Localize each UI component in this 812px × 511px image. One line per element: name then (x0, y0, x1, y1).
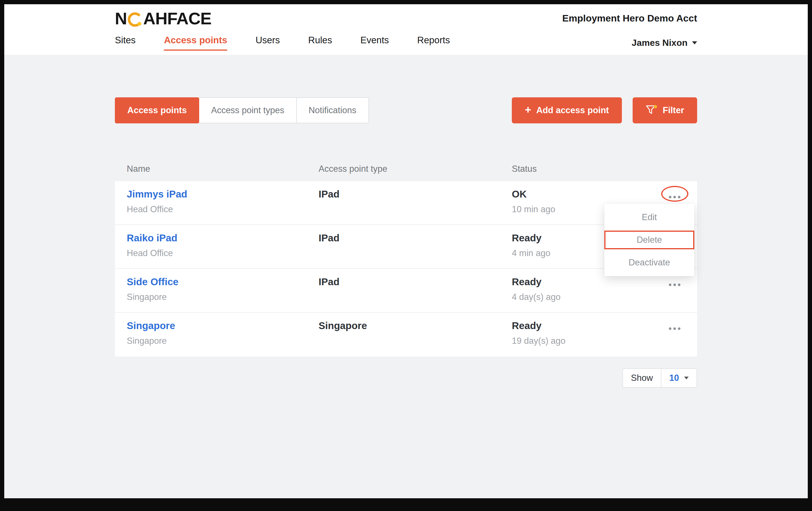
nav-item-users[interactable]: Users (256, 35, 280, 51)
access-point-link[interactable]: Raiko iPad (127, 232, 177, 244)
pagination: Show 10 (115, 368, 697, 388)
row-actions-menu-button[interactable] (667, 192, 682, 202)
access-point-link[interactable]: Side Office (127, 276, 178, 287)
tab-group: Access points Access point types Notific… (115, 97, 369, 123)
row-actions-menu-button[interactable] (667, 323, 682, 334)
column-header-status: Status (512, 164, 652, 174)
chevron-down-icon (684, 377, 689, 379)
main-nav: Sites Access points Users Rules Events R… (115, 35, 450, 51)
account-name: Employment Hero Demo Acct (562, 13, 697, 24)
filter-label: Filter (663, 105, 684, 115)
nav-item-access-points[interactable]: Access points (164, 35, 227, 51)
column-header-type: Access point type (319, 164, 512, 174)
column-header-name: Name (115, 164, 319, 174)
user-name: James Nixon (632, 38, 688, 48)
status-label: Ready (512, 320, 652, 331)
menu-item-deactivate[interactable]: Deactivate (604, 251, 694, 274)
access-point-type: IPad (319, 232, 512, 268)
menu-item-delete[interactable]: Delete (604, 229, 694, 251)
noahface-logo[interactable]: N AH FACE (115, 9, 211, 28)
page-size-value: 10 (669, 373, 679, 383)
nav-item-reports[interactable]: Reports (417, 35, 450, 51)
filter-icon (646, 105, 658, 116)
nav-item-rules[interactable]: Rules (308, 35, 332, 51)
logo-o-icon (127, 10, 143, 27)
chevron-down-icon (692, 41, 697, 45)
add-access-point-button[interactable]: + Add access point (512, 97, 622, 123)
tab-access-point-types[interactable]: Access point types (199, 97, 296, 123)
screenshot-frame: N AH FACE Employment Hero Demo Acct Site… (0, 0, 812, 511)
row-context-menu: Edit Delete Deactivate (604, 204, 694, 276)
access-points-table: Name Access point type Status Jimmys iPa… (115, 157, 697, 357)
logo-text-face: FACE (167, 9, 211, 28)
access-point-type: IPad (319, 276, 512, 312)
site-label: Singapore (127, 292, 319, 302)
access-point-type: IPad (319, 189, 512, 224)
filter-button[interactable]: Filter (633, 97, 697, 123)
status-label: Ready (512, 276, 652, 287)
tab-notifications[interactable]: Notifications (296, 97, 369, 123)
nav-item-sites[interactable]: Sites (115, 35, 136, 51)
status-time: 4 day(s) ago (512, 292, 652, 302)
site-label: Head Office (127, 204, 319, 215)
user-menu[interactable]: James Nixon (632, 38, 697, 48)
show-label: Show (622, 368, 662, 388)
site-label: Head Office (127, 248, 319, 258)
table-row: Singapore Singapore Singapore Ready 19 d… (115, 313, 697, 357)
logo-text-n: N (115, 9, 127, 28)
tab-access-points[interactable]: Access points (115, 97, 199, 123)
access-point-link[interactable]: Jimmys iPad (127, 189, 187, 200)
row-actions-menu-button[interactable] (667, 280, 682, 290)
access-point-type: Singapore (319, 320, 512, 357)
plus-icon: + (525, 105, 531, 115)
nav-item-events[interactable]: Events (360, 35, 389, 51)
add-access-point-label: Add access point (536, 105, 609, 115)
site-label: Singapore (127, 336, 319, 346)
status-label: OK (512, 189, 652, 200)
access-point-link[interactable]: Singapore (127, 320, 175, 331)
table-header-row: Name Access point type Status (115, 157, 697, 181)
logo-text-ah: AH (143, 9, 167, 28)
menu-item-edit[interactable]: Edit (604, 206, 694, 229)
page-size-dropdown[interactable]: 10 (661, 368, 697, 388)
status-time: 19 day(s) ago (512, 336, 652, 346)
main-content: Access points Access point types Notific… (115, 97, 697, 388)
top-header: N AH FACE Employment Hero Demo Acct Site… (4, 4, 808, 55)
